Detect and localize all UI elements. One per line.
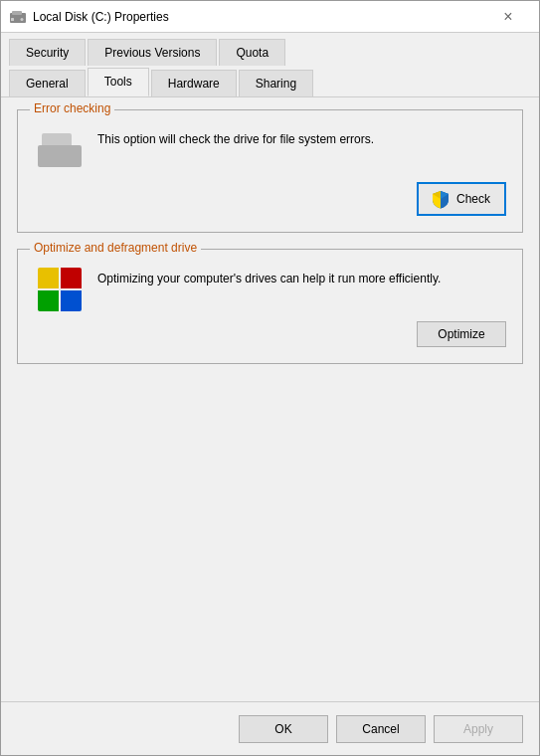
error-checking-content: This option will check the drive for fil… [34,130,506,170]
check-button-label: Check [456,192,490,206]
svg-rect-1 [12,11,22,15]
cancel-button[interactable]: Cancel [336,715,426,743]
tab-previous-versions[interactable]: Previous Versions [88,39,217,66]
close-button[interactable]: × [485,2,531,32]
optimize-section: Optimize and defragment drive Optimizing… [17,249,523,364]
title-bar-icon [9,8,27,26]
drive-icon [34,130,86,170]
defrag-icon [38,268,82,311]
svg-rect-2 [11,18,14,21]
tab-tools[interactable]: Tools [88,68,149,96]
shield-icon [431,189,450,209]
content-area: Error checking This option will check th… [1,97,539,701]
check-button[interactable]: Check [417,182,506,216]
optimize-label: Optimize and defragment drive [30,241,201,255]
tab-quota[interactable]: Quota [219,39,285,66]
tab-sharing[interactable]: Sharing [239,70,313,96]
title-bar-text: Local Disk (C:) Properties [33,10,485,24]
tab-security[interactable]: Security [9,39,86,66]
tab-row-2: General Tools Hardware Sharing [1,66,539,97]
ok-button[interactable]: OK [239,715,328,743]
tab-row-1: Security Previous Versions Quota [1,33,539,66]
defrag-icon-container [34,270,86,309]
error-checking-button-row: Check [34,182,506,216]
optimize-button-row: Optimize [34,321,506,347]
optimize-button[interactable]: Optimize [417,321,506,347]
optimize-content: Optimizing your computer's drives can he… [34,270,506,309]
optimize-description: Optimizing your computer's drives can he… [97,270,506,287]
svg-point-3 [21,18,24,21]
apply-button[interactable]: Apply [434,715,523,743]
footer: OK Cancel Apply [1,701,539,755]
tab-hardware[interactable]: Hardware [151,70,237,96]
error-checking-label: Error checking [30,101,114,115]
error-checking-description: This option will check the drive for fil… [97,130,506,148]
properties-window: Local Disk (C:) Properties × Security Pr… [0,0,540,756]
title-bar: Local Disk (C:) Properties × [1,1,539,33]
error-checking-section: Error checking This option will check th… [17,109,523,233]
tab-general[interactable]: General [9,70,86,96]
